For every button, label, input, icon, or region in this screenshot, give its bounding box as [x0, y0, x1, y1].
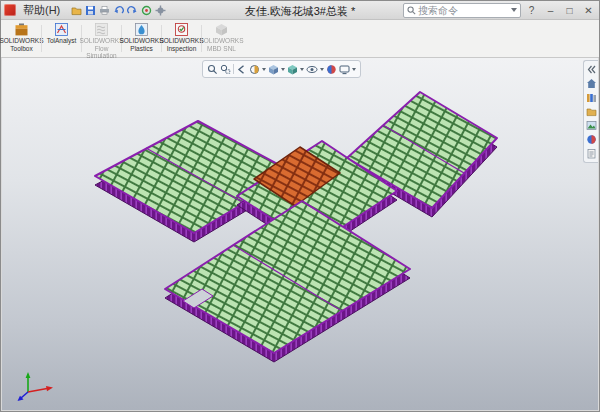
help-button[interactable]: ? — [523, 3, 540, 18]
edit-appearance-icon[interactable] — [326, 64, 337, 75]
maximize-button[interactable]: □ — [561, 3, 578, 18]
triad-y-axis — [26, 372, 31, 392]
task-pane-strip — [583, 60, 598, 163]
addin-plastics-button[interactable]: SOLIDWORKS Plastics — [123, 21, 160, 56]
file-explorer-icon[interactable] — [586, 106, 597, 117]
command-manager-ribbon: SOLIDWORKS Toolbox TolAnalyst SOLIDWORKS… — [1, 20, 599, 58]
undo-icon[interactable] — [113, 5, 124, 16]
hud-divider — [233, 64, 234, 74]
triad-x-axis — [28, 386, 53, 392]
command-search[interactable] — [403, 3, 521, 18]
zoom-fit-icon[interactable] — [207, 64, 218, 75]
resources-icon[interactable] — [586, 78, 597, 89]
addin-label: Toolbox — [10, 45, 32, 52]
chevron-down-icon[interactable] — [511, 8, 517, 12]
hide-show-items-icon[interactable] — [306, 64, 318, 75]
orientation-triad — [16, 368, 58, 404]
zoom-area-icon[interactable] — [220, 64, 231, 75]
display-style-icon[interactable] — [287, 64, 298, 75]
addin-label: SOLIDWORKS — [0, 37, 44, 44]
print-icon[interactable] — [99, 5, 110, 16]
titlebar-right: ? – □ ✕ — [403, 3, 599, 18]
model-canvas[interactable] — [2, 58, 598, 410]
chevron-down-icon[interactable] — [262, 68, 266, 71]
addin-label: SOLIDWORKS — [79, 37, 123, 44]
options-icon[interactable] — [155, 5, 166, 16]
addin-inspection-button[interactable]: SOLIDWORKS Inspection — [163, 21, 200, 56]
document-title: 友佳.欧海花城3#总装 * — [245, 4, 356, 19]
addin-toolbox-button[interactable]: SOLIDWORKS Toolbox — [3, 21, 40, 56]
chevron-down-icon[interactable] — [300, 68, 304, 71]
addin-label: SOLIDWORKS — [159, 37, 203, 44]
plastics-icon — [135, 23, 148, 36]
inspection-icon — [175, 23, 188, 36]
addin-label: Plastics — [130, 45, 152, 52]
appearances-icon[interactable] — [586, 134, 597, 145]
menu-help[interactable]: 帮助(H) — [16, 3, 67, 18]
addin-label: MBD SNL — [207, 45, 236, 52]
heads-up-view-toolbar — [202, 60, 361, 78]
tolanalyst-icon — [55, 23, 68, 36]
view-settings-icon[interactable] — [339, 64, 350, 75]
mbd-snl-icon — [215, 23, 228, 36]
title-bar: 帮助(H) 友佳.欧海花城3#总装 * ? – □ ✕ — [1, 1, 599, 20]
custom-properties-icon[interactable] — [586, 148, 597, 159]
building-formwork-model — [95, 92, 497, 362]
view-orientation-icon[interactable] — [268, 64, 279, 75]
design-library-icon[interactable] — [586, 92, 597, 103]
chevron-down-icon[interactable] — [352, 68, 356, 71]
graphics-area[interactable] — [2, 58, 598, 410]
search-input[interactable] — [416, 4, 511, 17]
addin-mbd-snl-button[interactable]: SOLIDWORKS MBD SNL — [203, 21, 240, 56]
previous-view-icon[interactable] — [236, 64, 247, 75]
search-icon — [407, 6, 416, 15]
collapse-icon[interactable] — [586, 64, 597, 75]
section-view-icon[interactable] — [249, 64, 260, 75]
view-palette-icon[interactable] — [586, 120, 597, 131]
toolbox-icon — [15, 23, 28, 36]
ribbon-divider — [41, 25, 42, 52]
quick-access-toolbar — [71, 5, 166, 16]
addin-tolanalyst-button[interactable]: TolAnalyst — [43, 21, 80, 56]
redo-icon[interactable] — [127, 5, 138, 16]
addin-label: SOLIDWORKS — [199, 37, 243, 44]
solidworks-logo-icon[interactable] — [4, 4, 16, 16]
chevron-down-icon[interactable] — [281, 68, 285, 71]
app-window: 帮助(H) 友佳.欧海花城3#总装 * ? – □ ✕ SOL — [0, 0, 600, 412]
triad-z-axis — [18, 392, 29, 401]
rebuild-icon[interactable] — [141, 5, 152, 16]
addin-flow-simulation-button[interactable]: SOLIDWORKS Flow Simulation — [83, 21, 120, 56]
addin-label: SOLIDWORKS — [119, 37, 163, 44]
open-icon[interactable] — [71, 5, 82, 16]
minimize-button[interactable]: – — [542, 3, 559, 18]
addin-label: TolAnalyst — [47, 37, 77, 44]
flow-simulation-icon — [95, 23, 108, 36]
chevron-down-icon[interactable] — [320, 68, 324, 71]
close-button[interactable]: ✕ — [580, 3, 597, 18]
addin-label: Inspection — [167, 45, 197, 52]
save-icon[interactable] — [85, 5, 96, 16]
